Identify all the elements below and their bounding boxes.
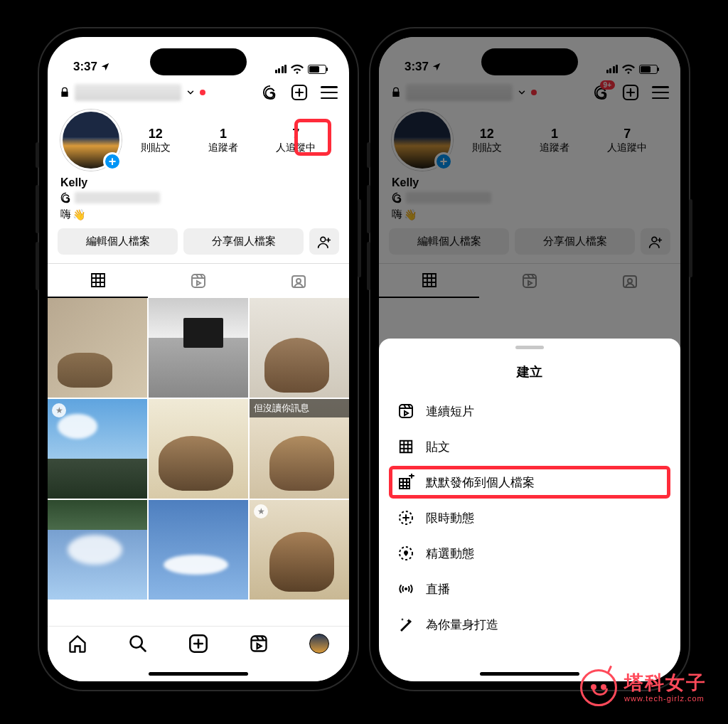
sheet-item-post[interactable]: 貼文 <box>379 429 680 464</box>
profile-nav-icon[interactable] <box>309 634 329 654</box>
tab-grid[interactable] <box>48 264 148 298</box>
bio-text: 嗨👋 <box>48 205 349 228</box>
post-tile[interactable] <box>149 500 248 600</box>
threads-small-icon <box>60 192 72 203</box>
username-text[interactable] <box>75 84 181 101</box>
battery-icon <box>308 65 326 74</box>
svg-rect-2 <box>192 275 205 287</box>
sheet-item-reel[interactable]: 連續短片 <box>379 393 680 429</box>
post-tile[interactable]: ★ <box>48 399 147 499</box>
tile-caption: 但沒讀你訊息 <box>250 399 349 417</box>
watermark-title: 塔科女子 <box>624 672 707 694</box>
post-tile[interactable] <box>48 298 147 398</box>
avatar[interactable]: + <box>60 110 122 171</box>
lock-icon <box>59 87 70 98</box>
post-tile[interactable]: 但沒讀你訊息 <box>250 399 349 499</box>
bottom-nav <box>48 626 349 681</box>
share-profile-button[interactable]: 分享個人檔案 <box>183 228 304 255</box>
dynamic-island <box>150 48 247 75</box>
phone-left: 3:37 <box>39 28 358 690</box>
svg-rect-13 <box>400 405 412 417</box>
stat-following[interactable]: 7 人追蹤中 <box>276 127 316 154</box>
chevron-down-icon[interactable] <box>186 87 196 97</box>
home-indicator <box>480 672 579 676</box>
display-name: Kelly <box>48 171 349 191</box>
notification-dot <box>200 90 205 95</box>
pinned-icon: ★ <box>52 403 66 417</box>
watermark: 塔科女子 www.tech-girlz.com <box>580 669 707 706</box>
post-tile[interactable] <box>149 298 248 398</box>
hamburger-menu-icon[interactable] <box>321 86 338 99</box>
edit-profile-button[interactable]: 編輯個人檔案 <box>58 228 178 255</box>
grid-icon <box>397 438 414 455</box>
svg-rect-3 <box>292 276 305 287</box>
tab-reels[interactable] <box>148 264 248 298</box>
wifi-icon <box>291 64 304 74</box>
sheet-item-silent-post[interactable]: 默默發佈到個人檔案 <box>379 464 680 500</box>
sheet-grabber[interactable] <box>515 346 544 349</box>
post-tile[interactable] <box>48 500 147 600</box>
home-icon[interactable] <box>68 634 87 654</box>
create-post-icon[interactable] <box>291 84 308 101</box>
dynamic-island <box>481 48 578 75</box>
svg-rect-7 <box>251 637 266 651</box>
svg-point-4 <box>296 279 301 283</box>
wand-icon <box>397 616 414 633</box>
pinned-icon: ★ <box>254 504 268 518</box>
post-tile[interactable] <box>250 298 349 398</box>
watermark-logo-icon <box>580 669 617 706</box>
tagged-icon <box>290 272 307 289</box>
stat-followers[interactable]: 1 追蹤者 <box>208 127 238 154</box>
reels-icon <box>190 272 207 289</box>
grid-plus-icon <box>397 474 414 491</box>
watermark-url: www.tech-girlz.com <box>624 694 707 703</box>
sheet-title: 建立 <box>379 363 680 380</box>
location-arrow-icon <box>100 62 110 72</box>
svg-point-1 <box>321 237 326 242</box>
post-tile[interactable]: ★ <box>250 500 349 600</box>
create-sheet: 建立 連續短片 貼文 默默發佈到個人檔案 限時動態 <box>379 339 680 681</box>
profile-header-bar <box>48 77 349 107</box>
threads-icon[interactable] <box>262 85 278 100</box>
sheet-item-made-for-you[interactable]: 為你量身打造 <box>379 607 680 642</box>
sheet-item-highlight[interactable]: 精選動態 <box>379 536 680 571</box>
highlight-icon <box>397 545 414 562</box>
search-icon[interactable] <box>128 634 148 654</box>
discover-people-button[interactable] <box>309 228 339 255</box>
add-person-icon <box>317 235 331 249</box>
reels-nav-icon[interactable] <box>249 634 269 654</box>
signal-icon <box>275 65 287 73</box>
threads-handle[interactable] <box>48 191 349 205</box>
phone-right: 3:37 9+ <box>370 28 689 690</box>
create-icon[interactable] <box>188 634 208 654</box>
add-story-icon[interactable]: + <box>103 152 122 171</box>
svg-point-16 <box>405 587 407 590</box>
sheet-item-story[interactable]: 限時動態 <box>379 500 680 536</box>
posts-grid: ★ 但沒讀你訊息 ★ <box>48 298 349 600</box>
grid-icon <box>90 272 107 289</box>
stat-posts[interactable]: 12 則貼文 <box>141 127 171 154</box>
sheet-item-live[interactable]: 直播 <box>379 571 680 607</box>
home-indicator <box>149 672 248 676</box>
reel-icon <box>397 403 414 420</box>
live-icon <box>397 580 414 597</box>
status-time: 3:37 <box>73 60 97 74</box>
story-icon <box>397 509 414 526</box>
tab-tagged[interactable] <box>249 264 349 298</box>
post-tile[interactable] <box>149 399 248 499</box>
